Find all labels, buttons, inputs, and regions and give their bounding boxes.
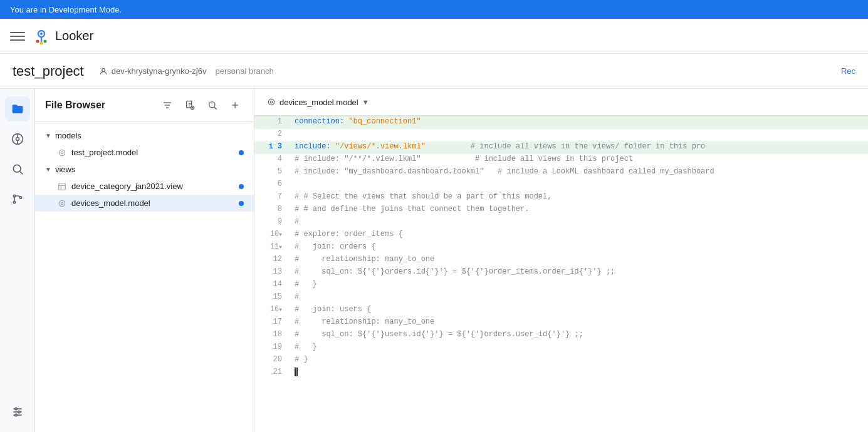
code-line-2: 2	[254, 129, 868, 141]
editor-area: devices_model.model ▼ 1 connection: "bq_…	[254, 89, 868, 432]
code-line-8: 8 # # and define the joins that connect …	[254, 204, 868, 217]
code-line-14: 14 # }	[254, 279, 868, 292]
code-line-17: 17 # relationship: many_to_one	[254, 317, 868, 329]
line-content-5: # include: "my_dashboard.dashboard.lookm…	[290, 167, 868, 179]
code-editor[interactable]: 1 connection: "bq_connection1" 2 i 3 inc…	[254, 116, 868, 432]
svg-line-12	[19, 172, 23, 175]
line-num-16: 16▼	[254, 304, 290, 317]
line-content-8: # # and define the joins that connect th…	[290, 204, 868, 217]
sidebar-icons	[0, 89, 35, 432]
line-content-17: # relationship: many_to_one	[290, 317, 868, 329]
logo-text: Looker	[55, 29, 93, 43]
line-num-2: 2	[254, 129, 290, 141]
code-line-6: 6	[254, 179, 868, 192]
svg-point-13	[13, 195, 15, 197]
filter-button[interactable]	[159, 96, 176, 114]
line-num-18: 18	[254, 329, 290, 342]
line-num-14: 14	[254, 279, 290, 292]
file-name-test-project-model: test_project.model	[71, 148, 138, 157]
code-line-7: 7 # # Select the views that should be a …	[254, 192, 868, 204]
folder-icon	[11, 103, 24, 115]
svg-point-20	[18, 411, 19, 413]
code-line-10: 10▼ # explore: order_items {	[254, 229, 868, 242]
tab-model-icon	[267, 98, 276, 106]
svg-point-21	[14, 414, 16, 416]
line-num-12: 12	[254, 254, 290, 267]
explore-icon	[11, 133, 24, 145]
code-line-5: 5 # include: "my_dashboard.dashboard.loo…	[254, 167, 868, 179]
sidebar-item-file-browser[interactable]	[5, 96, 30, 121]
line-num-13: 13	[254, 267, 290, 279]
code-line-3: i 3 include: "/views/*.view.lkml" # incl…	[254, 141, 868, 154]
line-content-13: # sql_on: ${'{'}orders.id{'}'} = ${'{'}o…	[290, 267, 868, 279]
models-chevron: ▼	[45, 132, 51, 139]
project-header: test_project dev-khrystyna-grynko-zj6v p…	[0, 54, 868, 89]
editor-tab-devices-model[interactable]: devices_model.model ▼	[264, 98, 372, 107]
tree-item-test-project-model[interactable]: test_project.model	[35, 144, 254, 161]
svg-line-33	[214, 107, 217, 110]
line-num-17: 17	[254, 317, 290, 329]
line-num-15: 15	[254, 292, 290, 304]
file-tree: ▼ models test_project.model ▼ views	[35, 122, 254, 432]
svg-point-44	[270, 101, 273, 103]
sidebar-item-search[interactable]	[5, 157, 30, 182]
line-content-19: # }	[290, 342, 868, 354]
branch-user: dev-khrystyna-grynko-zj6v	[112, 66, 207, 76]
rec-link[interactable]: Rec	[841, 66, 855, 76]
code-line-11: 11▼ # join: orders {	[254, 242, 868, 254]
svg-point-11	[13, 165, 21, 172]
code-line-16: 16▼ # join: users {	[254, 304, 868, 317]
dirty-indicator-test-project-model	[239, 150, 244, 155]
code-line-4: 4 # include: "/**/*.view.lkml" # include…	[254, 154, 868, 167]
line-content-14: # }	[290, 279, 868, 292]
sidebar-item-explore[interactable]	[5, 126, 30, 152]
looker-logo-icon	[33, 28, 50, 45]
sidebar-item-git[interactable]	[5, 187, 30, 212]
line-content-3: include: "/views/*.view.lkml" # include …	[290, 141, 868, 154]
line-num-20: 20	[254, 354, 290, 367]
line-content-15: #	[290, 292, 868, 304]
file-browser-panel: File Browser	[35, 89, 254, 432]
add-icon	[230, 100, 240, 110]
code-table: 1 connection: "bq_connection1" 2 i 3 inc…	[254, 116, 868, 379]
code-line-19: 19 # }	[254, 342, 868, 354]
line-content-6	[290, 179, 868, 192]
line-content-2	[290, 129, 868, 141]
add-button[interactable]	[226, 96, 244, 114]
svg-point-43	[268, 99, 274, 105]
line-num-3: i 3	[254, 141, 290, 154]
code-line-20: 20 # }	[254, 354, 868, 367]
line-num-21: 21	[254, 367, 290, 379]
filter-icon	[162, 100, 172, 110]
models-label: models	[55, 131, 81, 140]
line-num-9: 9	[254, 217, 290, 229]
file-name-devices-model: devices_model.model	[71, 198, 150, 208]
line-num-7: 7	[254, 192, 290, 204]
svg-point-4	[44, 39, 47, 43]
search-files-icon	[207, 100, 217, 110]
tab-chevron-icon: ▼	[362, 98, 369, 106]
new-file-button[interactable]	[181, 96, 199, 114]
logo-container: Looker	[33, 28, 93, 45]
svg-point-1	[40, 33, 43, 35]
search-files-button[interactable]	[204, 96, 221, 114]
views-label: views	[55, 165, 76, 174]
svg-point-37	[61, 152, 63, 154]
code-line-12: 12 # relationship: many_to_one	[254, 254, 868, 267]
models-folder[interactable]: ▼ models	[35, 127, 254, 144]
hamburger-menu[interactable]	[10, 29, 25, 44]
dirty-indicator-devices-model	[239, 201, 244, 206]
dirty-indicator-device-category	[239, 184, 244, 189]
line-num-1: 1	[254, 116, 290, 129]
line-num-4: 4	[254, 154, 290, 167]
project-name: test_project	[13, 63, 84, 80]
tree-item-device-category[interactable]: device_category_jan2021.view	[35, 178, 254, 195]
views-folder[interactable]: ▼ views	[35, 161, 254, 178]
line-content-9: #	[290, 217, 868, 229]
branch-type: personal branch	[215, 66, 273, 76]
tree-item-devices-model[interactable]: devices_model.model	[35, 195, 254, 212]
dev-mode-banner: You are in Development Mode.	[0, 0, 868, 19]
file-name-device-category: device_category_jan2021.view	[71, 182, 183, 191]
sidebar-item-settings[interactable]	[5, 399, 30, 424]
line-num-11: 11▼	[254, 242, 290, 254]
